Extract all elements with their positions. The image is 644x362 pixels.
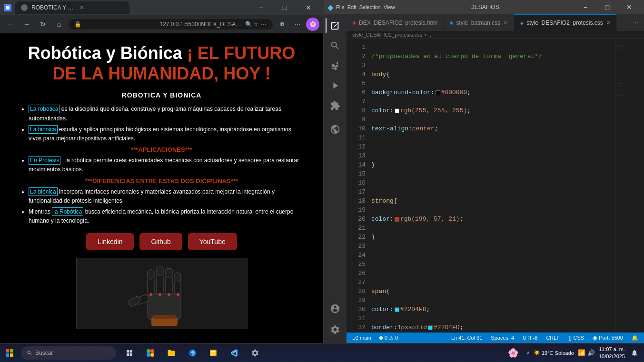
vscode-logo-icon: ◆ (327, 3, 333, 12)
weather-icon: ☀️ (534, 350, 540, 356)
network-icon[interactable]: 📶 (578, 349, 585, 356)
statusbar-notification[interactable]: 🔔 (630, 335, 640, 341)
volume-icon[interactable]: 🔊 (587, 349, 595, 356)
browser-tab[interactable]: ROBOTICA Y BIONICA DE MEXICO ✕ (15, 1, 129, 14)
statusbar-spaces[interactable]: Spaces: 4 (489, 335, 516, 341)
taskbar: Buscar (0, 343, 644, 362)
breadcrumb-text: style_DESAFIO2_protesis.css > ... (352, 32, 433, 38)
tab-html[interactable]: ◈ DEX_DESAFIO2_protesis.html (347, 14, 444, 31)
linkedin-button[interactable]: Linkedin (86, 233, 134, 250)
taskbar-right: 🌸 ∧ ☀️ 19°C Soleado 📶 🔊 11:07 a. m. 10/0… (504, 343, 644, 362)
statusbar-language[interactable]: {} CSS (566, 335, 586, 341)
tab-active-css[interactable]: ◈ style_DESAFIO2_protesis.css ✕ (514, 14, 617, 31)
statusbar-cursor[interactable]: Ln 41, Col 31 (449, 335, 484, 341)
activity-account[interactable] (326, 299, 345, 318)
browser-icon (4, 4, 11, 11)
vscode-close-button[interactable]: ✕ (618, 0, 640, 14)
list-item-4: La biónica incorpora interfaces neuronal… (29, 187, 304, 205)
activity-extensions[interactable] (326, 96, 345, 115)
vscode-title: DESAFIOS (398, 4, 572, 10)
statusbar-line-ending[interactable]: CRLF (544, 335, 562, 341)
tab-close-icon[interactable]: ✕ (79, 4, 124, 11)
github-button[interactable]: Github (139, 233, 182, 250)
bullet2-text: estudia y aplica principios biológicos e… (29, 126, 291, 142)
svg-rect-11 (175, 273, 181, 281)
activity-search[interactable] (326, 36, 345, 55)
forward-button[interactable]: → (20, 18, 33, 31)
activity-browser[interactable] (326, 120, 345, 139)
tab-batman-css[interactable]: ◈ style_batman.css ✕ (444, 14, 514, 31)
svg-rect-23 (130, 350, 132, 352)
spaces-label: Spaces: 4 (491, 335, 514, 341)
vscode-menu-file[interactable]: File (336, 4, 345, 10)
svg-rect-21 (10, 353, 13, 357)
back-button[interactable]: ← (4, 18, 17, 31)
activity-settings[interactable] (326, 320, 345, 339)
robotica-link[interactable]: La robótica (29, 105, 59, 113)
settings-taskbar-icon[interactable] (246, 343, 265, 362)
taskview-button[interactable] (120, 343, 139, 362)
code-editor-content[interactable]: /*propuedades en el cuerpo de forma gene… (369, 39, 615, 333)
start-button[interactable] (0, 343, 19, 362)
web-heading: Robótica y Biónica ¡ EL FUTURO DE LA HUM… (19, 43, 304, 84)
activity-bottom (326, 299, 345, 343)
activity-run[interactable] (326, 76, 345, 95)
activity-explorer[interactable] (326, 16, 345, 35)
file-explorer-icon[interactable] (162, 343, 181, 362)
tray-expand[interactable]: ∧ (526, 350, 530, 355)
reload-button[interactable]: ↻ (36, 18, 50, 31)
statusbar-branch[interactable]: ⎇ main (350, 335, 373, 341)
web-image-section (19, 258, 304, 329)
bionica-link-2[interactable]: La biónica (29, 187, 58, 196)
menu-button[interactable]: ⋯ (291, 18, 304, 31)
svg-rect-9 (166, 268, 172, 277)
bullet4-text: incorpora interfaces neuronales y materi… (29, 188, 275, 204)
taskbar-search[interactable]: Buscar (21, 346, 116, 360)
svg-point-0 (6, 6, 10, 10)
list-item-1: La robótica es la disciplina que diseña,… (29, 105, 304, 123)
sticky-notes-icon[interactable] (204, 343, 223, 362)
close-button[interactable]: ✕ (297, 0, 319, 15)
tab-batman-close-icon[interactable]: ✕ (503, 20, 508, 26)
vscode-menu-selection[interactable]: Selection (359, 4, 381, 10)
vscode-tabs: ◈ DEX_DESAFIO2_protesis.html ◈ style_bat… (347, 14, 644, 31)
heading-white: Robótica y Biónica (28, 43, 182, 63)
statusbar-port[interactable]: ◉ Port: 5500 (591, 335, 625, 341)
statusbar-errors[interactable]: ⊗ 0 ⚠ 0 (377, 335, 400, 341)
profile-button[interactable]: 🌸 (306, 18, 319, 31)
extensions-button[interactable]: ⧉ (276, 18, 289, 31)
robotica-link-2[interactable]: la Robótica (52, 207, 83, 216)
vscode-menu-edit[interactable]: Edit (347, 4, 357, 10)
webpage-content: Robótica y Biónica ¡ EL FUTURO DE LA HUM… (0, 33, 323, 343)
more-icon[interactable]: ⋯ (261, 21, 267, 28)
star-icon[interactable]: ☆ (253, 21, 259, 28)
tab-active-close-icon[interactable]: ✕ (606, 20, 611, 26)
main-heading: Robótica y Biónica ¡ EL FUTURO DE LA HUM… (19, 43, 304, 84)
search-icon[interactable]: 🔍 (245, 21, 251, 28)
colorful-app-icon[interactable] (141, 343, 160, 362)
activity-source-control[interactable] (326, 56, 345, 75)
url-bar[interactable]: 🔒 127.0.0.1:5500/INDEX_DESAFIO2_protesi.… (69, 19, 273, 29)
youtube-button[interactable]: YouTube (188, 233, 237, 250)
maximize-button[interactable]: □ (274, 0, 296, 15)
security-icon: 🔒 (74, 21, 157, 28)
browser-titlebar: ROBOTICA Y BIONICA DE MEXICO ✕ − □ ✕ (0, 0, 323, 15)
protesis-link[interactable]: En Prótesis (29, 156, 60, 165)
tabs-overflow-button[interactable]: ⋯ (632, 14, 644, 31)
bionica-link[interactable]: La biónica (29, 125, 58, 134)
vscode-taskbar-icon[interactable] (225, 343, 244, 362)
svg-rect-19 (10, 349, 13, 352)
home-button[interactable]: ⌂ (52, 18, 66, 31)
statusbar-encoding[interactable]: UTF-8 (521, 335, 539, 341)
weather-widget[interactable]: ☀️ 19°C Soleado (534, 350, 574, 356)
tab-html-label: DEX_DESAFIO2_protesis.html (359, 20, 437, 26)
minimize-button[interactable]: − (250, 0, 272, 15)
vscode-minimize-button[interactable]: − (575, 0, 596, 14)
edge-browser-icon[interactable] (183, 343, 202, 362)
notification-center-button[interactable] (629, 347, 640, 359)
vscode-menu-view[interactable]: View (384, 4, 395, 10)
vscode-maximize-button[interactable]: □ (596, 0, 618, 14)
clock-widget[interactable]: 11:07 a. m. 10/02/2025 (599, 346, 625, 360)
statusbar-right: Ln 41, Col 31 Spaces: 4 UTF-8 CRLF {} CS… (449, 335, 640, 341)
flower-icon[interactable]: 🌸 (504, 343, 523, 362)
